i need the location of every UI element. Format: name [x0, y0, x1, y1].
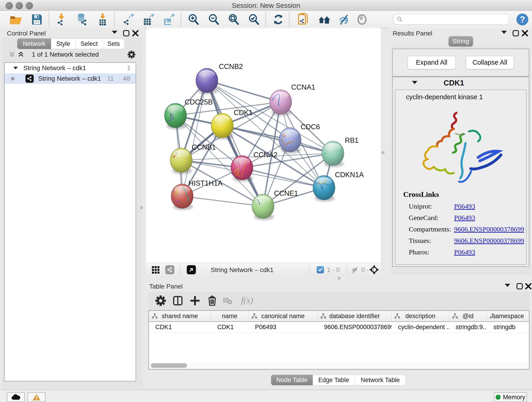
cell-database-identifier[interactable]: 9606.ENSP00000378699 — [317, 322, 392, 332]
network-graph[interactable]: CCNB2CCNA1CDC25BCDK1CDC6RB1CCNB1CCNA2CDK… — [146, 28, 381, 263]
results-panel: Results Panel String Expand All Collapse… — [389, 28, 532, 276]
delete-column-icon[interactable] — [207, 295, 218, 306]
column-header-name[interactable]: name — [211, 311, 249, 321]
zoom-out-icon[interactable] — [207, 13, 220, 26]
open-session-icon[interactable] — [9, 13, 22, 26]
left-splitter-handle[interactable] — [140, 206, 143, 209]
bottom-splitter-handle[interactable] — [337, 277, 341, 280]
protein-card-header[interactable]: CDK1 — [393, 77, 529, 89]
node-table[interactable]: shared name name canonical name database… — [148, 310, 530, 370]
grid-view-icon[interactable] — [152, 266, 160, 274]
crosslink-link[interactable]: 9606.ENSP00000378699 — [454, 237, 524, 245]
column-header-shared-name[interactable]: shared name — [149, 311, 211, 321]
cell-name[interactable]: CDK1 — [211, 322, 249, 332]
table-panel-float-icon[interactable] — [516, 283, 524, 290]
table-panel: Table Panel f(x) shared name name canoni… — [146, 280, 532, 390]
string-import-icon[interactable] — [297, 13, 310, 26]
birds-eye-view-icon[interactable] — [369, 265, 379, 274]
cell-namespace[interactable]: stringdb — [487, 322, 529, 332]
protein-card: CDK1 cyclin-dependent kinase 1 CrossLink… — [392, 77, 529, 267]
string-home-icon[interactable] — [318, 13, 331, 26]
tab-node-table[interactable]: Node Table — [271, 375, 313, 385]
zoom-selected-icon[interactable] — [247, 13, 260, 26]
cloud-button[interactable] — [7, 392, 25, 402]
tab-edge-table[interactable]: Edge Table — [313, 375, 355, 385]
column-header-description[interactable]: description — [392, 311, 449, 321]
warning-button[interactable] — [27, 392, 45, 402]
node-label: CCNB1 — [192, 143, 216, 151]
help-icon[interactable]: ? — [516, 13, 529, 26]
control-panel-float-icon[interactable] — [122, 30, 130, 37]
export-table-icon[interactable] — [142, 13, 155, 26]
right-splitter-handle[interactable] — [381, 151, 385, 154]
crosslink-link[interactable]: P06493 — [454, 248, 475, 256]
window-title: Session: New Session — [0, 2, 532, 9]
title-bar: Session: New Session — [0, 0, 532, 11]
control-panel-collapse-icon[interactable] — [112, 31, 120, 38]
column-header-id[interactable]: @id — [449, 311, 487, 321]
network-collection-row[interactable]: String Network – cdk1 1 — [5, 63, 136, 73]
table-panel-collapse-icon[interactable] — [505, 284, 513, 291]
crosslink-link[interactable]: 9606.ENSP00000378699 — [454, 225, 524, 233]
table-options-gear-icon[interactable] — [155, 295, 166, 306]
import-table-icon[interactable] — [96, 13, 109, 26]
delete-table-icon[interactable] — [223, 295, 233, 306]
zoom-in-icon[interactable] — [187, 13, 200, 26]
collection-expander-icon[interactable] — [13, 67, 18, 69]
table-horizontal-scrollbar[interactable] — [149, 363, 529, 369]
search-input[interactable] — [394, 14, 509, 25]
crosslink-link[interactable]: P06493 — [454, 214, 475, 222]
function-builder-icon[interactable]: f(x) — [241, 295, 253, 305]
memory-label: Memory — [503, 394, 525, 401]
zoom-fit-icon[interactable] — [227, 13, 240, 26]
export-image-icon[interactable] — [162, 13, 175, 26]
tab-network[interactable]: Network — [17, 38, 51, 49]
tab-style[interactable]: Style — [51, 38, 76, 49]
refresh-icon[interactable] — [272, 13, 285, 26]
svg-text:?: ? — [520, 15, 525, 24]
crosslink-label: GeneCard: — [409, 214, 454, 222]
tab-select[interactable]: Select — [76, 38, 103, 49]
tab-sets[interactable]: Sets — [103, 38, 125, 49]
column-header-canonical-name[interactable]: canonical name — [249, 311, 317, 321]
create-column-icon[interactable] — [190, 295, 201, 306]
control-panel-close-icon[interactable] — [132, 30, 139, 37]
column-header-namespace[interactable]: namespace — [487, 311, 529, 321]
cell-id[interactable]: stringdb:9... — [449, 322, 487, 332]
network-canvas[interactable]: CCNB2CCNA1CDC25BCDK1CDC6RB1CCNB1CCNA2CDK… — [146, 28, 381, 263]
import-network-database-icon[interactable] — [75, 13, 88, 26]
node-table-header: shared name name canonical name database… — [149, 311, 529, 322]
toolbar-separator — [114, 13, 115, 26]
show-columns-icon[interactable] — [172, 295, 183, 306]
tab-network-table[interactable]: Network Table — [355, 375, 406, 385]
expand-all-button[interactable]: Expand All — [408, 56, 456, 69]
results-panel-float-icon[interactable] — [512, 30, 520, 37]
crosslinks-section: CrossLinks Uniprot: P06493 GeneCard: P06… — [403, 190, 526, 256]
cell-shared-name[interactable]: CDK1 — [149, 322, 211, 332]
scrollbar-thumb[interactable] — [151, 363, 187, 368]
export-network-icon[interactable] — [122, 13, 135, 26]
tab-string[interactable]: String — [449, 36, 473, 46]
network-view-toolbar: String Network – cdk1 1 - 0 0 - 0 — [146, 263, 381, 276]
crosslink-link[interactable]: P06493 — [454, 202, 475, 210]
selected-checkbox[interactable] — [317, 266, 324, 274]
import-network-file-icon[interactable] — [55, 13, 68, 26]
column-header-database-identifier[interactable]: database identifier — [317, 311, 392, 321]
collapse-all-button[interactable]: Collapse All — [466, 56, 514, 69]
table-panel-close-icon[interactable] — [525, 283, 532, 290]
table-row[interactable]: CDK1 CDK1 P06493 9606.ENSP00000378699 cy… — [149, 322, 529, 332]
show-eye-icon[interactable] — [355, 13, 368, 26]
results-panel-collapse-icon[interactable] — [501, 31, 509, 38]
network-view-icon[interactable] — [165, 265, 174, 274]
cell-canonical-name[interactable]: P06493 — [249, 322, 317, 332]
hide-glasses-icon[interactable] — [337, 13, 350, 26]
network-options-gear-icon[interactable] — [127, 51, 136, 59]
open-in-new-window-icon[interactable] — [187, 265, 196, 274]
cloud-icon — [11, 394, 21, 401]
network-row[interactable]: String Network – cdk1 11 48 — [5, 73, 136, 84]
memory-status-dot — [496, 395, 500, 400]
save-session-icon[interactable] — [30, 13, 43, 26]
memory-button[interactable]: Memory — [494, 392, 527, 402]
cell-description[interactable]: cyclin-dependent ... — [392, 322, 449, 332]
results-panel-close-icon[interactable] — [521, 30, 529, 37]
